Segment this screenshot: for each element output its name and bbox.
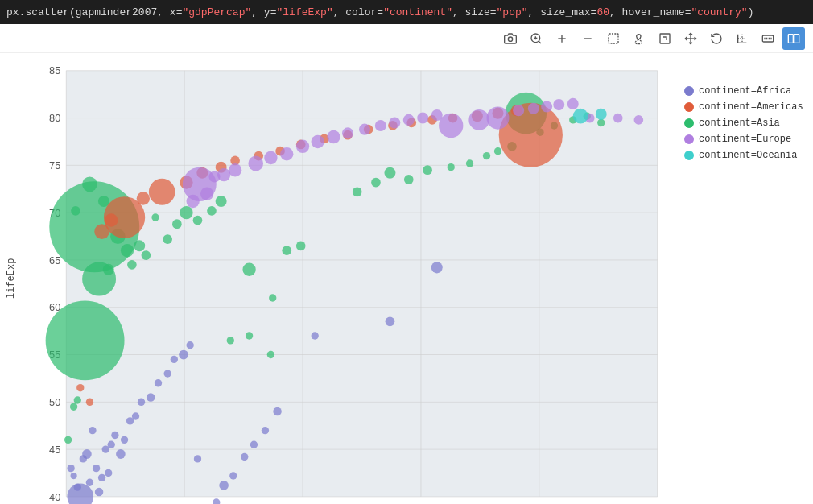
svg-point-136: [74, 396, 81, 403]
svg-point-130: [246, 332, 253, 339]
legend-item-africa[interactable]: continent=Africa: [684, 85, 797, 97]
code-close: ): [748, 6, 754, 19]
zoom-out-button[interactable]: [576, 27, 599, 50]
svg-point-115: [371, 178, 381, 188]
code-comma3: , size=: [452, 6, 497, 19]
svg-point-62: [86, 479, 93, 486]
svg-point-114: [353, 187, 362, 196]
svg-point-131: [242, 262, 255, 275]
svg-point-137: [70, 403, 77, 410]
svg-point-110: [193, 216, 203, 225]
svg-point-112: [216, 196, 227, 207]
svg-point-93: [431, 262, 443, 273]
legend-item-oceania[interactable]: continent=Oceania: [684, 150, 797, 161]
code-prefix: px.scatter(gapminder2007, x=: [6, 6, 182, 19]
lasso-button[interactable]: [628, 27, 650, 50]
select-box-button[interactable]: [602, 27, 625, 50]
svg-point-194: [573, 109, 588, 124]
chart-toolbar: [0, 24, 813, 53]
legend-item-europe[interactable]: continent=Europe: [684, 134, 797, 145]
svg-rect-23: [66, 71, 657, 497]
svg-point-89: [262, 427, 269, 434]
svg-point-132: [267, 351, 274, 358]
svg-point-141: [149, 179, 175, 205]
code-y: "lifeExp": [276, 6, 332, 19]
scatter-plot[interactable]: 40 45 50 55 60 65 70 75 80 85 0 10k 20k …: [19, 61, 676, 504]
svg-text:50: 50: [49, 396, 60, 408]
svg-point-90: [273, 407, 281, 416]
spike-lines-button[interactable]: [731, 27, 753, 50]
reset-axes-button[interactable]: [705, 27, 728, 50]
compare-hover-button[interactable]: [782, 27, 805, 50]
code-size: "pop": [497, 6, 528, 19]
svg-point-64: [93, 465, 100, 472]
code-bar: px.scatter(gapminder2007, x="gdpPercap",…: [0, 0, 813, 24]
svg-point-192: [186, 195, 199, 208]
svg-point-104: [134, 240, 145, 251]
svg-rect-21: [788, 34, 793, 43]
code-x: "gdpPercap": [182, 6, 251, 19]
svg-point-77: [155, 379, 162, 386]
svg-point-181: [513, 105, 524, 116]
legend-dot-europe: [684, 134, 694, 144]
svg-point-116: [384, 167, 395, 179]
pan-button[interactable]: [679, 27, 702, 50]
svg-point-119: [448, 163, 455, 171]
svg-point-144: [137, 192, 150, 204]
svg-point-121: [483, 152, 490, 159]
svg-point-107: [163, 234, 172, 244]
legend-item-asia[interactable]: continent=Asia: [684, 118, 797, 129]
svg-point-173: [327, 130, 340, 143]
svg-point-169: [264, 151, 277, 164]
plot-with-legend: 40 45 50 55 60 65 70 75 80 85 0 10k 20k …: [19, 61, 805, 504]
svg-point-177: [389, 117, 400, 128]
svg-point-134: [296, 241, 306, 250]
svg-point-166: [468, 109, 489, 130]
zoom-button[interactable]: [525, 27, 547, 50]
svg-point-66: [98, 474, 105, 481]
svg-point-108: [172, 219, 182, 229]
svg-point-97: [71, 206, 80, 216]
svg-point-175: [359, 124, 370, 135]
svg-text:65: 65: [49, 254, 60, 266]
svg-point-167: [487, 106, 510, 129]
svg-point-61: [82, 449, 92, 459]
svg-point-74: [132, 412, 139, 419]
svg-point-87: [241, 453, 248, 461]
svg-point-183: [541, 101, 552, 112]
svg-point-65: [95, 488, 103, 497]
camera-button[interactable]: [499, 27, 522, 50]
legend-label-asia: continent=Asia: [699, 118, 780, 129]
zoom-to-rect-button[interactable]: [654, 27, 676, 50]
toggle-hover-button[interactable]: [757, 27, 779, 50]
code-comma2: , color=: [333, 6, 383, 19]
svg-text:85: 85: [49, 64, 60, 76]
svg-line-2: [539, 41, 541, 43]
zoom-in-button[interactable]: [551, 27, 573, 50]
svg-point-174: [342, 127, 353, 138]
legend-label-africa: continent=Africa: [699, 85, 791, 97]
svg-text:40: 40: [49, 491, 60, 503]
svg-point-128: [597, 119, 605, 126]
svg-rect-9: [660, 34, 670, 43]
svg-point-129: [227, 337, 234, 344]
svg-point-63: [89, 427, 96, 434]
legend-dot-africa: [684, 86, 694, 96]
svg-point-187: [613, 114, 623, 123]
svg-text:45: 45: [49, 444, 60, 456]
svg-point-91: [312, 332, 319, 339]
code-comma1: , y=: [251, 6, 276, 19]
legend-dot-americas: [684, 102, 694, 112]
svg-point-95: [46, 301, 125, 381]
svg-point-68: [105, 469, 112, 477]
svg-point-193: [200, 187, 213, 200]
svg-point-70: [111, 432, 118, 439]
svg-point-135: [269, 294, 276, 301]
svg-point-86: [229, 472, 237, 479]
legend-item-americas[interactable]: continent=Americas: [684, 101, 797, 113]
svg-point-57: [71, 473, 77, 479]
svg-point-142: [94, 224, 109, 239]
svg-point-92: [386, 316, 395, 326]
svg-rect-8: [609, 34, 618, 43]
svg-point-188: [634, 115, 644, 125]
